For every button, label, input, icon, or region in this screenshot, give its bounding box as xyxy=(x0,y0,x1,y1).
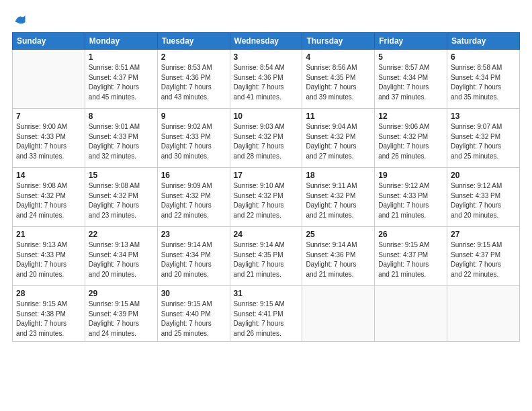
day-cell: 2Sunrise: 8:53 AM Sunset: 4:36 PM Daylig… xyxy=(157,50,230,109)
day-info: Sunrise: 9:14 AM Sunset: 4:36 PM Dayligh… xyxy=(306,240,371,279)
day-info: Sunrise: 9:12 AM Sunset: 4:33 PM Dayligh… xyxy=(451,181,516,220)
day-number: 30 xyxy=(161,289,226,298)
day-cell: 12Sunrise: 9:06 AM Sunset: 4:32 PM Dayli… xyxy=(375,109,447,168)
day-cell: 28Sunrise: 9:15 AM Sunset: 4:38 PM Dayli… xyxy=(13,286,85,342)
day-header-wednesday: Wednesday xyxy=(230,33,302,50)
day-number: 19 xyxy=(378,171,443,180)
day-cell: 1Sunrise: 8:51 AM Sunset: 4:37 PM Daylig… xyxy=(85,50,157,109)
day-number: 21 xyxy=(16,230,81,239)
day-info: Sunrise: 9:09 AM Sunset: 4:32 PM Dayligh… xyxy=(161,181,226,220)
day-info: Sunrise: 9:12 AM Sunset: 4:33 PM Dayligh… xyxy=(378,181,443,220)
day-cell: 4Sunrise: 8:56 AM Sunset: 4:35 PM Daylig… xyxy=(302,50,375,109)
day-number: 26 xyxy=(378,230,443,239)
day-cell: 22Sunrise: 9:13 AM Sunset: 4:34 PM Dayli… xyxy=(85,227,157,286)
day-info: Sunrise: 9:08 AM Sunset: 4:32 PM Dayligh… xyxy=(89,181,154,220)
day-info: Sunrise: 9:15 AM Sunset: 4:38 PM Dayligh… xyxy=(16,300,81,338)
day-number: 14 xyxy=(16,171,81,180)
day-cell: 24Sunrise: 9:14 AM Sunset: 4:35 PM Dayli… xyxy=(230,227,302,286)
day-info: Sunrise: 9:15 AM Sunset: 4:37 PM Dayligh… xyxy=(451,240,516,279)
day-number: 12 xyxy=(378,111,443,121)
day-cell: 19Sunrise: 9:12 AM Sunset: 4:33 PM Dayli… xyxy=(375,168,447,227)
page: SundayMondayTuesdayWednesdayThursdayFrid… xyxy=(0,0,532,411)
day-number: 23 xyxy=(161,230,226,239)
day-number: 17 xyxy=(234,171,299,180)
day-cell: 26Sunrise: 9:15 AM Sunset: 4:37 PM Dayli… xyxy=(375,227,447,286)
day-number: 10 xyxy=(234,111,299,121)
week-row-4: 21Sunrise: 9:13 AM Sunset: 4:33 PM Dayli… xyxy=(13,227,520,286)
day-header-friday: Friday xyxy=(375,33,447,50)
day-cell: 18Sunrise: 9:11 AM Sunset: 4:32 PM Dayli… xyxy=(302,168,375,227)
day-info: Sunrise: 9:00 AM Sunset: 4:33 PM Dayligh… xyxy=(16,122,81,161)
header-row: SundayMondayTuesdayWednesdayThursdayFrid… xyxy=(13,33,520,50)
day-info: Sunrise: 9:10 AM Sunset: 4:32 PM Dayligh… xyxy=(234,181,299,220)
week-row-2: 7Sunrise: 9:00 AM Sunset: 4:33 PM Daylig… xyxy=(13,109,520,168)
day-number: 2 xyxy=(161,52,226,62)
day-cell: 11Sunrise: 9:04 AM Sunset: 4:32 PM Dayli… xyxy=(302,109,375,168)
day-info: Sunrise: 9:07 AM Sunset: 4:32 PM Dayligh… xyxy=(451,122,516,161)
day-cell: 29Sunrise: 9:15 AM Sunset: 4:39 PM Dayli… xyxy=(85,286,157,342)
day-number: 31 xyxy=(234,289,299,298)
day-cell: 8Sunrise: 9:01 AM Sunset: 4:33 PM Daylig… xyxy=(85,109,157,168)
day-cell: 30Sunrise: 9:15 AM Sunset: 4:40 PM Dayli… xyxy=(157,286,230,342)
day-number: 8 xyxy=(89,111,154,121)
day-info: Sunrise: 9:08 AM Sunset: 4:32 PM Dayligh… xyxy=(16,181,81,220)
day-info: Sunrise: 9:15 AM Sunset: 4:40 PM Dayligh… xyxy=(161,300,226,338)
day-number: 25 xyxy=(306,230,371,239)
day-info: Sunrise: 9:13 AM Sunset: 4:34 PM Dayligh… xyxy=(89,240,154,279)
day-info: Sunrise: 9:01 AM Sunset: 4:33 PM Dayligh… xyxy=(89,122,154,161)
day-number: 1 xyxy=(89,52,154,62)
day-info: Sunrise: 8:53 AM Sunset: 4:36 PM Dayligh… xyxy=(161,63,226,102)
calendar-table: SundayMondayTuesdayWednesdayThursdayFrid… xyxy=(12,32,520,342)
week-row-3: 14Sunrise: 9:08 AM Sunset: 4:32 PM Dayli… xyxy=(13,168,520,227)
day-info: Sunrise: 8:54 AM Sunset: 4:36 PM Dayligh… xyxy=(234,63,299,102)
day-info: Sunrise: 9:15 AM Sunset: 4:39 PM Dayligh… xyxy=(89,300,154,338)
day-cell: 10Sunrise: 9:03 AM Sunset: 4:32 PM Dayli… xyxy=(230,109,302,168)
day-cell: 21Sunrise: 9:13 AM Sunset: 4:33 PM Dayli… xyxy=(13,227,85,286)
day-info: Sunrise: 9:06 AM Sunset: 4:32 PM Dayligh… xyxy=(378,122,443,161)
day-header-monday: Monday xyxy=(85,33,157,50)
day-number: 15 xyxy=(89,171,154,180)
day-header-thursday: Thursday xyxy=(302,33,375,50)
day-number: 13 xyxy=(451,111,516,121)
day-number: 9 xyxy=(161,111,226,121)
day-number: 11 xyxy=(306,111,371,121)
day-number: 3 xyxy=(234,52,299,62)
week-row-1: 1Sunrise: 8:51 AM Sunset: 4:37 PM Daylig… xyxy=(13,50,520,109)
day-info: Sunrise: 9:11 AM Sunset: 4:32 PM Dayligh… xyxy=(306,181,371,220)
day-number: 4 xyxy=(306,52,371,62)
day-number: 29 xyxy=(89,289,154,298)
day-info: Sunrise: 8:56 AM Sunset: 4:35 PM Dayligh… xyxy=(306,63,371,102)
day-cell xyxy=(447,286,520,342)
day-info: Sunrise: 9:03 AM Sunset: 4:32 PM Dayligh… xyxy=(234,122,299,161)
day-info: Sunrise: 8:57 AM Sunset: 4:34 PM Dayligh… xyxy=(378,63,443,102)
day-header-tuesday: Tuesday xyxy=(157,33,230,50)
day-info: Sunrise: 9:13 AM Sunset: 4:33 PM Dayligh… xyxy=(16,240,81,279)
day-info: Sunrise: 9:02 AM Sunset: 4:33 PM Dayligh… xyxy=(161,122,226,161)
day-number: 22 xyxy=(89,230,154,239)
day-cell xyxy=(375,286,447,342)
day-number: 28 xyxy=(16,289,81,298)
day-cell: 13Sunrise: 9:07 AM Sunset: 4:32 PM Dayli… xyxy=(447,109,520,168)
day-cell: 17Sunrise: 9:10 AM Sunset: 4:32 PM Dayli… xyxy=(230,168,302,227)
day-cell: 15Sunrise: 9:08 AM Sunset: 4:32 PM Dayli… xyxy=(85,168,157,227)
day-cell: 27Sunrise: 9:15 AM Sunset: 4:37 PM Dayli… xyxy=(447,227,520,286)
day-info: Sunrise: 8:58 AM Sunset: 4:34 PM Dayligh… xyxy=(451,63,516,102)
day-number: 16 xyxy=(161,171,226,180)
day-cell: 7Sunrise: 9:00 AM Sunset: 4:33 PM Daylig… xyxy=(13,109,85,168)
day-info: Sunrise: 8:51 AM Sunset: 4:37 PM Dayligh… xyxy=(89,63,154,102)
day-info: Sunrise: 9:14 AM Sunset: 4:35 PM Dayligh… xyxy=(234,240,299,279)
day-cell: 31Sunrise: 9:15 AM Sunset: 4:41 PM Dayli… xyxy=(230,286,302,342)
day-number: 24 xyxy=(234,230,299,239)
day-cell: 25Sunrise: 9:14 AM Sunset: 4:36 PM Dayli… xyxy=(302,227,375,286)
day-cell xyxy=(302,286,375,342)
day-cell xyxy=(13,50,85,109)
day-header-sunday: Sunday xyxy=(13,33,85,50)
day-number: 20 xyxy=(451,171,516,180)
day-header-saturday: Saturday xyxy=(447,33,520,50)
day-cell: 9Sunrise: 9:02 AM Sunset: 4:33 PM Daylig… xyxy=(157,109,230,168)
day-cell: 6Sunrise: 8:58 AM Sunset: 4:34 PM Daylig… xyxy=(447,50,520,109)
day-cell: 14Sunrise: 9:08 AM Sunset: 4:32 PM Dayli… xyxy=(13,168,85,227)
week-row-5: 28Sunrise: 9:15 AM Sunset: 4:38 PM Dayli… xyxy=(13,286,520,342)
day-number: 6 xyxy=(451,52,516,62)
day-info: Sunrise: 9:15 AM Sunset: 4:37 PM Dayligh… xyxy=(378,240,443,279)
